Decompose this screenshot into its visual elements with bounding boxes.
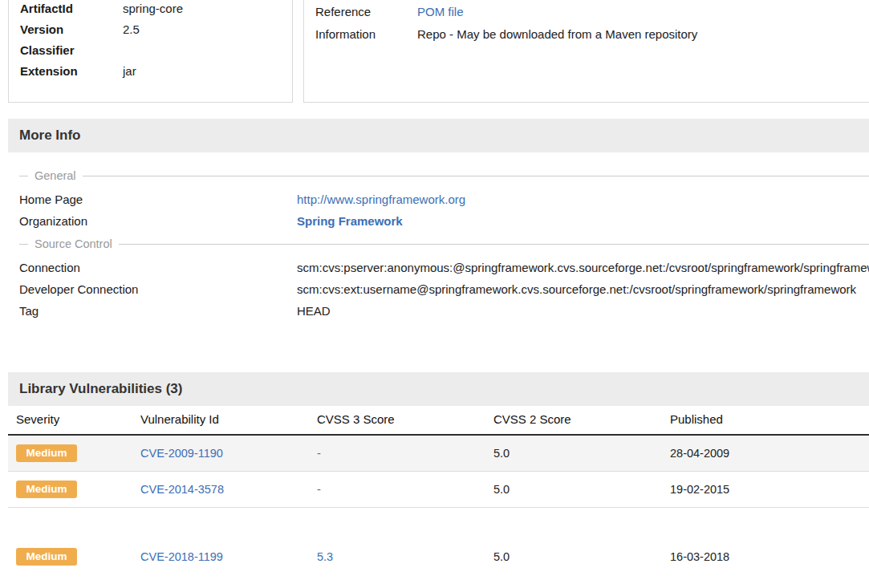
home-page-link[interactable]: http://www.springframework.org (297, 193, 465, 206)
legend-line-right (119, 244, 869, 245)
connection-row: Connection scm:cvs:pserver:anonymous:@sp… (19, 261, 869, 275)
organization-row: Organization Spring Framework (19, 214, 869, 229)
tag-value: HEAD (297, 304, 331, 318)
developer-connection-row: Developer Connection scm:cvs:ext:usernam… (19, 282, 869, 297)
table-row: Medium CVE-2018-1199 5.3 5.0 16-03-2018 (8, 508, 869, 588)
classifier-row: Classifier (20, 44, 284, 57)
table-row: Medium CVE-2014-3578 - 5.0 19-02-2015 (8, 472, 869, 508)
cvss2-score: 5.0 (485, 508, 662, 588)
column-header-severity: Severity (8, 406, 132, 435)
reference-card: Reference POM file Information Repo - Ma… (303, 0, 869, 103)
legend-line-right (83, 176, 869, 176)
connection-label: Connection (19, 261, 297, 275)
severity-badge: Medium (16, 481, 77, 498)
legend-line-left (19, 176, 28, 176)
general-group-legend: General (19, 168, 869, 183)
source-control-group-legend: Source Control (19, 237, 869, 251)
version-row: Version 2.5 (20, 23, 284, 36)
organization-link[interactable]: Spring Framework (297, 214, 403, 228)
classifier-label: Classifier (20, 44, 123, 57)
vulnerabilities-title: Library Vulnerabilities (3) (19, 381, 182, 397)
more-info-body: General Home Page http://www.springframe… (8, 152, 869, 343)
published-date: 28-04-2009 (662, 435, 869, 472)
cvss3-score-link[interactable]: - (317, 483, 321, 496)
information-row: Information Repo - May be downloaded fro… (315, 28, 869, 41)
column-header-cvss3: CVSS 3 Score (309, 406, 485, 435)
information-value: Repo - May be downloaded from a Maven re… (417, 28, 697, 41)
version-label: Version (20, 23, 123, 36)
severity-badge: Medium (16, 548, 77, 566)
version-value: 2.5 (123, 23, 140, 36)
published-date: 16-03-2018 (662, 508, 869, 588)
artifact-id-label: ArtifactId (20, 2, 123, 15)
extension-label: Extension (20, 65, 123, 78)
general-legend-label: General (35, 168, 76, 183)
cvss2-score: 5.0 (485, 435, 662, 472)
table-header-row: Severity Vulnerability Id CVSS 3 Score C… (8, 406, 869, 435)
vulnerabilities-section: Library Vulnerabilities (3) Severity Vul… (8, 372, 869, 588)
more-info-title: More Info (19, 128, 81, 144)
cvss2-score: 5.0 (485, 472, 662, 508)
more-info-header: More Info (8, 119, 869, 152)
developer-connection-label: Developer Connection (19, 282, 297, 297)
home-page-row: Home Page http://www.springframework.org (19, 193, 869, 207)
column-header-cvss2: CVSS 2 Score (485, 406, 662, 435)
tag-row: Tag HEAD (19, 304, 869, 318)
artifact-id-value: spring-core (123, 2, 183, 15)
column-header-published: Published (662, 406, 869, 435)
connection-value: scm:cvs:pserver:anonymous:@springframewo… (297, 261, 869, 275)
extension-row: Extension jar (20, 65, 284, 78)
cvss3-score-link[interactable]: - (317, 447, 321, 460)
vulnerability-id-link[interactable]: CVE-2009-1190 (140, 447, 223, 460)
home-page-label: Home Page (19, 193, 297, 207)
reference-row: Reference POM file (315, 6, 869, 18)
table-row: Medium CVE-2009-1190 - 5.0 28-04-2009 (8, 435, 869, 472)
vulnerability-id-link[interactable]: CVE-2014-3578 (140, 483, 224, 496)
artifact-id-row: ArtifactId spring-core (20, 2, 284, 15)
developer-connection-value: scm:cvs:ext:username@springframework.cvs… (297, 282, 856, 297)
vulnerability-id-link[interactable]: CVE-2018-1199 (140, 550, 223, 563)
reference-label: Reference (315, 6, 417, 18)
tag-label: Tag (19, 304, 297, 318)
top-cards-area: ArtifactId spring-core Version 2.5 Class… (0, 0, 869, 119)
organization-label: Organization (19, 214, 297, 229)
published-date: 19-02-2015 (662, 472, 869, 508)
more-info-section: More Info General Home Page http://www.s… (8, 119, 869, 343)
information-label: Information (315, 28, 417, 41)
pom-file-link[interactable]: POM file (417, 5, 464, 18)
vulnerabilities-table: Severity Vulnerability Id CVSS 3 Score C… (8, 406, 869, 588)
column-header-vulnerability-id: Vulnerability Id (132, 406, 309, 435)
vulnerabilities-header: Library Vulnerabilities (3) (8, 372, 869, 406)
legend-line-left (19, 244, 28, 245)
source-control-legend-label: Source Control (35, 237, 112, 251)
extension-value: jar (123, 65, 136, 78)
cvss3-score-link[interactable]: 5.3 (317, 550, 333, 563)
artifact-details-card: ArtifactId spring-core Version 2.5 Class… (8, 0, 293, 103)
severity-badge: Medium (16, 444, 77, 462)
